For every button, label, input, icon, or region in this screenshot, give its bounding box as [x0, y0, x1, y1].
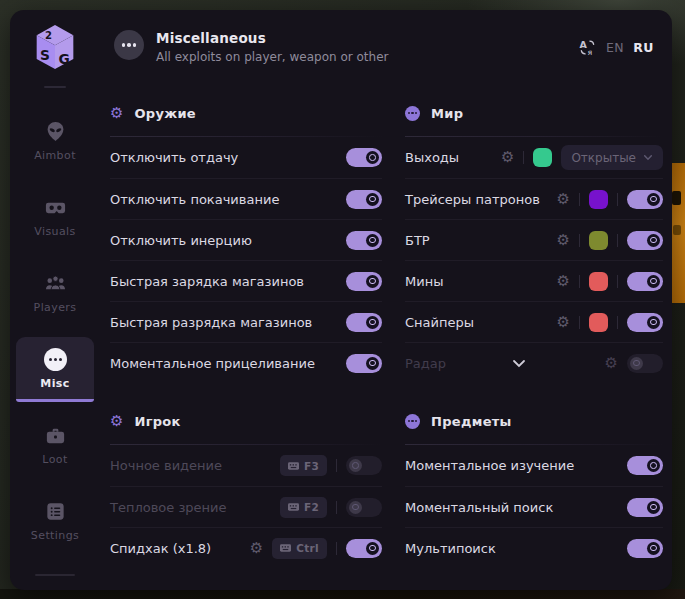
- gear-icon[interactable]: ⚙: [557, 315, 570, 330]
- toggle-knob: [366, 193, 379, 206]
- gear-icon[interactable]: ⚙: [501, 150, 514, 165]
- toggle[interactable]: [346, 148, 382, 167]
- section-title: Предметы: [431, 414, 512, 429]
- exits-dropdown[interactable]: Открытые: [561, 145, 663, 170]
- color-swatch[interactable]: [589, 231, 608, 250]
- separator: [617, 193, 618, 206]
- section-rows: Выходы ⚙ Открытые Трейсеры патронов: [405, 137, 663, 383]
- sidebar: 2 S G Aimbot Visuals: [10, 10, 100, 590]
- row-label: Снайперы: [405, 315, 474, 330]
- sidebar-item-label: Aimbot: [34, 149, 76, 162]
- players-icon: [44, 272, 67, 295]
- hotkey-badge[interactable]: F3: [280, 455, 327, 476]
- separator: [579, 234, 580, 247]
- section-rows: Ночное видение F3 Тепловое зрение: [110, 445, 382, 568]
- column-right: Мир Выходы ⚙ Открытые: [405, 98, 663, 568]
- sidebar-item-loot[interactable]: Loot: [16, 413, 94, 478]
- toggle-knob: [647, 193, 660, 206]
- sidebar-item-misc[interactable]: Misc: [16, 337, 94, 402]
- toggle[interactable]: [627, 456, 663, 475]
- toggle-knob: [366, 275, 379, 288]
- lang-en-button[interactable]: EN: [606, 40, 624, 55]
- row-thermal-vision: Тепловое зрение F2: [110, 486, 382, 527]
- sidebar-item-visuals[interactable]: Visuals: [16, 185, 94, 250]
- toggle[interactable]: [627, 190, 663, 209]
- sidebar-item-label: Players: [34, 301, 77, 314]
- separator: [579, 193, 580, 206]
- color-swatch[interactable]: [589, 272, 608, 291]
- toggle[interactable]: [346, 354, 382, 373]
- toggle-knob: [647, 234, 660, 247]
- toggle-knob: [366, 234, 379, 247]
- gear-icon[interactable]: ⚙: [250, 541, 263, 556]
- toggle[interactable]: [346, 498, 382, 517]
- row-night-vision: Ночное видение F3: [110, 445, 382, 486]
- toggle-knob: [366, 542, 379, 555]
- toggle[interactable]: [627, 231, 663, 250]
- header-texts: Miscellaneous All exploits on player, we…: [156, 30, 388, 64]
- sidebar-bottom-divider: [35, 574, 75, 576]
- toggle[interactable]: [627, 498, 663, 517]
- toggle-knob: [349, 501, 362, 514]
- gear-icon[interactable]: ⚙: [605, 356, 618, 371]
- sidebar-item-label: Misc: [40, 377, 69, 390]
- keyboard-icon: [288, 462, 299, 470]
- background-ground: [0, 589, 685, 599]
- vr-goggles-icon: [44, 196, 67, 219]
- separator: [336, 542, 337, 555]
- toggle[interactable]: [346, 313, 382, 332]
- expand-button[interactable]: [512, 359, 526, 368]
- toggle[interactable]: [627, 313, 663, 332]
- sidebar-nav: Aimbot Visuals Players: [10, 98, 100, 554]
- svg-text:G: G: [59, 51, 70, 67]
- row-no-recoil: Отключить отдачу: [110, 137, 382, 178]
- sidebar-item-players[interactable]: Players: [16, 261, 94, 326]
- toggle[interactable]: [346, 272, 382, 291]
- hotkey-badge[interactable]: Ctrl: [272, 538, 327, 559]
- toggle[interactable]: [346, 231, 382, 250]
- briefcase-icon: [44, 424, 67, 447]
- background-orange-object: [672, 163, 685, 303]
- separator: [617, 316, 618, 329]
- row-multi-loot: Мультипоиск: [405, 527, 663, 568]
- svg-text:2: 2: [45, 30, 52, 41]
- toggle-knob: [366, 316, 379, 329]
- toggle[interactable]: [346, 456, 382, 475]
- hotkey-badge[interactable]: F2: [280, 497, 327, 518]
- color-swatch[interactable]: [589, 313, 608, 332]
- cube-logo-icon: 2 S G: [33, 23, 77, 73]
- sidebar-item-label: Loot: [42, 453, 67, 466]
- color-swatch[interactable]: [589, 190, 608, 209]
- toggle[interactable]: [627, 354, 663, 373]
- row-label: Отключить инерцию: [110, 233, 252, 248]
- toggle-knob: [647, 316, 660, 329]
- toggle-knob: [647, 542, 660, 555]
- hotkey-label: Ctrl: [296, 542, 319, 554]
- chevron-down-icon: [643, 154, 653, 161]
- color-swatch[interactable]: [533, 148, 552, 167]
- row-mines: Мины ⚙: [405, 260, 663, 301]
- sidebar-item-aimbot[interactable]: Aimbot: [16, 109, 94, 174]
- toggle[interactable]: [627, 272, 663, 291]
- lang-ru-button[interactable]: RU: [633, 40, 654, 55]
- toggle[interactable]: [627, 539, 663, 558]
- background-mark: [673, 225, 681, 235]
- gear-icon[interactable]: ⚙: [557, 192, 570, 207]
- toggle-knob: [366, 357, 379, 370]
- row-instant-ads: Моментальное прицеливание: [110, 342, 382, 383]
- toggle[interactable]: [346, 539, 382, 558]
- row-label: Быстрая зарядка магазинов: [110, 274, 304, 289]
- section-player: ⚙ Игрок Ночное видение F3: [110, 406, 382, 568]
- row-label: Тепловое зрение: [110, 500, 227, 515]
- sidebar-item-settings[interactable]: Settings: [16, 489, 94, 554]
- section-rows: Моментальное изучение Моментальный поиск…: [405, 445, 663, 568]
- toggle[interactable]: [346, 190, 382, 209]
- gear-icon[interactable]: ⚙: [557, 233, 570, 248]
- row-label: Быстрая разрядка магазинов: [110, 315, 312, 330]
- row-fast-unload: Быстрая разрядка магазинов: [110, 301, 382, 342]
- section-header: Мир: [405, 98, 663, 128]
- ellipsis-icon: [114, 30, 144, 60]
- gear-icon[interactable]: ⚙: [557, 274, 570, 289]
- page-header: Miscellaneous All exploits on player, we…: [114, 30, 654, 64]
- app-logo: 2 S G: [32, 22, 78, 74]
